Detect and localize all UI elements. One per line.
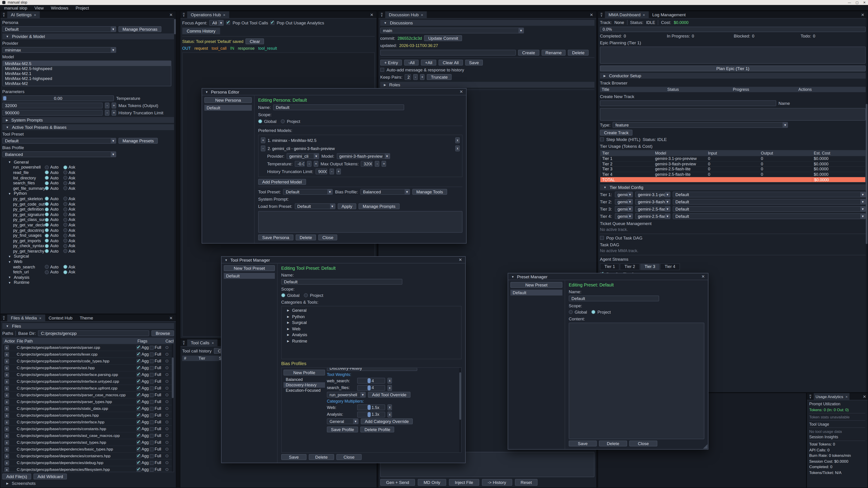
active-tools-section[interactable]: ▼ Active Tool Presets & Biases [2, 124, 174, 130]
tool-row[interactable]: ▼ web_search Auto Ask [2, 264, 174, 269]
tool-row[interactable]: ▼ py_get_var_declaration Auto Ask [2, 222, 174, 228]
file-row[interactable]: x C:/projects/gencpp/base/components/int… [3, 418, 174, 425]
preset-list-item[interactable]: Default [510, 290, 562, 295]
remove-file-button[interactable]: x [4, 379, 9, 384]
add-category-override-button[interactable]: Add Category Override [361, 418, 413, 424]
remove-file-button[interactable]: x [4, 399, 9, 404]
ask-radio[interactable] [63, 218, 67, 222]
auto-add-checkbox[interactable] [380, 68, 384, 72]
agg-checkbox[interactable] [136, 454, 141, 458]
temperature-slider[interactable]: 0.00 [2, 95, 114, 101]
tab-close-icon[interactable]: × [34, 12, 36, 17]
full-checkbox[interactable] [150, 447, 154, 451]
scope-project-radio[interactable] [281, 119, 285, 123]
tool-row[interactable]: ▼ py_get_skeleton Auto Ask [2, 196, 174, 201]
scope-global-radio[interactable] [258, 119, 262, 123]
bias-profile-select[interactable]: Balanced▼ [360, 189, 410, 195]
max-tokens-input[interactable]: 32000 [2, 103, 103, 108]
delete-button[interactable]: Delete [296, 234, 316, 240]
bias-profile-item[interactable]: Execution-Focused [283, 388, 325, 393]
temperature-input[interactable]: -0.0 [295, 161, 305, 167]
scope-project-radio[interactable] [592, 310, 596, 314]
auto-radio[interactable] [45, 249, 49, 253]
ask-radio[interactable] [63, 265, 67, 269]
close-button[interactable]: Close [318, 234, 338, 240]
category-row[interactable]: ▶ General [283, 308, 459, 313]
plan-epic-button[interactable]: Plan Epic (Tier 1) [600, 65, 866, 71]
ask-radio[interactable] [63, 176, 67, 180]
tool-preset-select[interactable]: Default▼ [283, 189, 333, 195]
close-icon[interactable]: ✕ [702, 274, 705, 279]
tool-row[interactable]: ▼ py_find_usages Auto Ask [2, 233, 174, 238]
tab-tool-calls[interactable]: Tool Calls × [187, 339, 217, 346]
file-row[interactable]: x C:/projects/gencpp/base/dependencies/f… [3, 466, 174, 472]
agg-checkbox[interactable] [136, 461, 141, 465]
tier-model-config-section[interactable]: ▼ Tier Model Config [600, 184, 866, 190]
bias-profile-item[interactable]: Balanced [283, 377, 325, 382]
ask-radio[interactable] [63, 238, 67, 242]
popout-task-dag-checkbox[interactable] [600, 236, 604, 240]
slider-thumb[interactable] [3, 96, 6, 100]
track-name-input[interactable] [600, 100, 776, 106]
browse-button[interactable]: Browse [152, 330, 174, 336]
panel-menu-icon[interactable]: ≡▼ [0, 11, 7, 18]
decrement-button[interactable]: - [105, 110, 110, 116]
remove-file-button[interactable]: x [4, 386, 9, 391]
agg-checkbox[interactable] [136, 366, 141, 370]
model-option[interactable]: MiniMax-M2 [3, 81, 171, 86]
full-checkbox[interactable] [150, 346, 154, 350]
agg-checkbox[interactable] [136, 372, 141, 377]
tab-close-icon[interactable]: × [223, 12, 225, 17]
auto-radio[interactable] [45, 202, 49, 206]
manage-personas-button[interactable]: Manage Personas [119, 26, 161, 32]
agg-checkbox[interactable] [136, 400, 141, 404]
category-row[interactable]: ▶ Analysis [283, 332, 459, 337]
panel-close-icon[interactable]: ✕ [166, 315, 176, 321]
maximize-icon[interactable]: ▢ [856, 1, 859, 4]
decrement-button[interactable]: - [413, 74, 418, 80]
auto-radio[interactable] [45, 223, 49, 227]
agg-checkbox[interactable] [136, 440, 141, 445]
tab-ai-settings[interactable]: AI Settings × [7, 11, 40, 18]
persona-list-item[interactable]: Default [204, 105, 252, 111]
tab-close-icon[interactable]: × [421, 12, 423, 17]
tool-row[interactable]: ▼ fetch_url Auto Ask [2, 269, 174, 275]
panel-close-icon[interactable]: ✕ [166, 11, 176, 18]
ask-radio[interactable] [63, 186, 67, 191]
remove-file-button[interactable]: x [4, 427, 9, 431]
preset-name-input[interactable]: Default [569, 295, 659, 301]
tab-close-icon[interactable]: × [643, 12, 645, 17]
agg-checkbox[interactable] [136, 447, 141, 451]
agg-checkbox[interactable] [136, 379, 141, 383]
new-profile-button[interactable]: New Profile [283, 369, 325, 376]
close-icon[interactable]: ✕ [460, 90, 463, 94]
scope-global-radio[interactable] [569, 310, 573, 314]
apply-button[interactable]: Apply [338, 203, 356, 209]
remove-file-button[interactable]: x [4, 365, 9, 370]
multiplier-slider[interactable]: 1.3x [357, 412, 385, 417]
agg-checkbox[interactable] [136, 352, 141, 356]
preferred-model-select[interactable]: gemini-3-flash-preview▼ [337, 153, 390, 159]
popout-usage-checkbox[interactable] [270, 21, 274, 25]
remove-file-button[interactable]: x [4, 460, 9, 465]
full-checkbox[interactable] [150, 379, 154, 383]
tool-row[interactable]: ▼ Python Auto Ask [2, 191, 174, 196]
weight-slider[interactable]: 4 [357, 378, 385, 384]
tool-row[interactable]: ▼ py_get_definition Auto Ask [2, 207, 174, 212]
tier-model-select[interactable]: gemini-2.5-flash-lite▼ [635, 213, 671, 219]
file-row[interactable]: x C:/projects/gencpp/base/components/ast… [3, 432, 174, 439]
auto-radio[interactable] [45, 228, 49, 232]
ask-radio[interactable] [63, 165, 67, 169]
panel-close-icon[interactable]: ✕ [587, 11, 596, 18]
full-checkbox[interactable] [150, 420, 154, 424]
manage-prompts-button[interactable]: Manage Prompts [359, 203, 400, 209]
tier-preset-select[interactable]: Default▼ [673, 206, 866, 212]
discussion-name-input[interactable] [380, 50, 516, 56]
close-button[interactable]: Close [629, 441, 657, 447]
increment-button[interactable]: + [314, 161, 318, 167]
panel-menu-icon[interactable]: ≡▼ [378, 11, 385, 18]
remove-weight-button[interactable]: x [388, 378, 392, 384]
preset-manager-titlebar[interactable]: ▼ Preset Manager ✕ [508, 273, 708, 280]
agg-checkbox[interactable] [136, 427, 141, 431]
auto-radio[interactable] [45, 218, 49, 222]
